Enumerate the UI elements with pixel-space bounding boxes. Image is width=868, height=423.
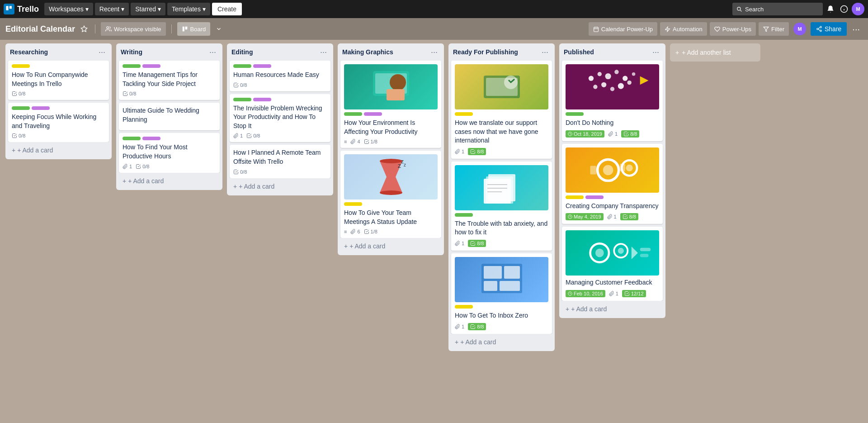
label-green <box>344 112 362 116</box>
card-image-windows <box>455 257 548 302</box>
list-menu-writing[interactable]: ··· <box>208 47 218 57</box>
checklist-icon <box>623 214 628 219</box>
list-title-writing: Writing <box>121 48 208 56</box>
label-purple <box>142 64 160 68</box>
attachment-badge: 1 <box>455 324 464 329</box>
star-button[interactable] <box>79 24 90 34</box>
svg-point-52 <box>610 87 614 91</box>
card-mg1[interactable]: How Your Environment Is Affecting Your P… <box>340 61 441 148</box>
svg-text:z: z <box>404 162 406 167</box>
label-green <box>123 137 141 140</box>
card-image-person-laptop <box>344 64 438 109</box>
powerups-button[interactable]: Power-Ups <box>710 22 756 36</box>
card-w1[interactable]: Time Management Tips for Tackling Your S… <box>119 61 220 100</box>
add-card-editing[interactable]: + + Add a card <box>230 180 330 193</box>
label-purple <box>32 106 50 110</box>
card-e3[interactable]: How I Planned A Remote Team Offsite With… <box>230 145 330 178</box>
search-bar[interactable]: Search <box>732 3 823 15</box>
card-w2[interactable]: Ultimate Guide To Wedding Planning <box>119 103 220 130</box>
card-e2[interactable]: The Invisible Problem Wrecking Your Prod… <box>230 94 330 143</box>
notifications-button[interactable] <box>825 3 836 15</box>
checklist-complete-badge: 8/8 <box>620 213 638 220</box>
checklist-badge: 0/8 <box>136 164 149 169</box>
attachment-badge: 1 <box>455 241 464 246</box>
list-title-researching: Researching <box>10 48 97 56</box>
svg-point-54 <box>627 81 631 85</box>
svg-point-22 <box>390 74 406 90</box>
list-menu-ready-publishing[interactable]: ··· <box>540 47 550 57</box>
card-labels <box>455 213 548 217</box>
user-avatar[interactable]: M <box>852 3 864 15</box>
add-card-researching[interactable]: + + Add a card <box>8 144 109 157</box>
list-menu-researching[interactable]: ··· <box>97 47 107 57</box>
svg-point-26 <box>380 190 402 195</box>
svg-point-49 <box>632 72 636 76</box>
card-pub1[interactable]: Don't Do Nothing Oct 18, 2019 1 8/8 <box>562 61 663 141</box>
starred-menu[interactable]: Starred ▾ <box>131 3 165 15</box>
card-footer: 1 0/8 <box>233 133 327 138</box>
list-header-writing: Writing ··· <box>116 43 222 61</box>
card-rp3[interactable]: How To Get To Inbox Zero 1 8/8 <box>451 253 552 334</box>
separator-2 <box>171 24 172 33</box>
svg-rect-9 <box>594 27 598 32</box>
list-published: Published ··· <box>559 43 665 318</box>
add-another-list-button[interactable]: + + Add another list <box>670 43 760 62</box>
add-card-making-graphics[interactable]: + + Add a card <box>340 240 441 252</box>
templates-menu[interactable]: Templates ▾ <box>167 3 210 15</box>
attachment-badge: 1 <box>233 133 243 138</box>
list-writing: Writing ··· Time Management Tips for Tac… <box>116 43 222 190</box>
board-icon <box>182 26 188 32</box>
svg-point-58 <box>603 165 613 175</box>
cards-ready-publishing: How we translate our support cases now t… <box>448 61 555 334</box>
checklist-icon <box>364 139 369 144</box>
list-menu-published[interactable]: ··· <box>651 47 661 57</box>
label-yellow <box>455 112 473 116</box>
card-title: Don't Do Nothing <box>566 119 659 128</box>
board-user-avatar[interactable]: M <box>793 23 806 35</box>
card-rp2[interactable]: The Trouble with tab anxiety, and how to… <box>451 162 552 251</box>
card-e1[interactable]: Human Resources Made Easy 0/8 <box>230 61 330 91</box>
more-options-button[interactable]: ··· <box>849 23 863 35</box>
laptop-shield-illustration <box>475 67 529 107</box>
card-pub3[interactable]: Managing Customer Feedback Feb 10, 2016 … <box>562 227 663 301</box>
svg-rect-41 <box>504 266 520 279</box>
board-view-button[interactable]: Board <box>177 22 211 36</box>
attachment-badge: 6 <box>350 229 360 234</box>
info-button[interactable] <box>838 3 850 15</box>
card-labels <box>455 305 548 309</box>
cards-writing: Time Management Tips for Tackling Your S… <box>116 61 222 173</box>
card-mg2[interactable]: z z z How To Give Your Team Meetings A S… <box>340 151 441 238</box>
search-icon <box>736 6 742 12</box>
workspace-visible-button[interactable]: Workspace visible <box>101 22 166 36</box>
card-footer: 0/8 <box>233 169 327 175</box>
date-badge: Feb 10, 2016 <box>566 290 605 297</box>
card-labels <box>12 106 105 110</box>
trello-logo[interactable]: Trello <box>4 4 39 14</box>
add-card-writing[interactable]: + + Add a card <box>119 175 220 187</box>
card-r1[interactable]: How To Run Companywide Meetings In Trell… <box>8 61 109 100</box>
list-menu-editing[interactable]: ··· <box>318 47 329 57</box>
attachment-icon <box>233 133 239 138</box>
card-w3[interactable]: How To Find Your Most Productive Hours 1… <box>119 133 220 172</box>
clock-icon <box>568 291 572 296</box>
checklist-complete-badge: 8/8 <box>621 130 639 138</box>
calendar-powerup-button[interactable]: Calendar Power-Up <box>589 22 657 36</box>
list-menu-making-graphics[interactable]: ··· <box>429 47 439 57</box>
card-pub2[interactable]: Creating Company Transparency May 4, 201… <box>562 144 663 224</box>
customize-button[interactable] <box>214 24 224 34</box>
share-button[interactable]: Share <box>811 22 847 36</box>
card-rp1[interactable]: How we translate our support cases now t… <box>451 61 552 159</box>
card-title: How I Planned A Remote Team Offsite With… <box>233 148 327 166</box>
workspaces-menu[interactable]: Workspaces ▾ <box>44 3 93 15</box>
add-card-published[interactable]: + + Add a card <box>562 303 663 315</box>
board-header-right: Calendar Power-Up Automation Power-Ups F… <box>589 22 863 36</box>
add-card-ready-publishing[interactable]: + + Add a card <box>451 336 552 348</box>
create-button[interactable]: Create <box>212 3 242 15</box>
svg-point-45 <box>598 72 602 76</box>
list-header-editing: Editing ··· <box>227 43 333 61</box>
automation-button[interactable]: Automation <box>660 22 707 36</box>
svg-point-6 <box>107 27 109 29</box>
filter-button[interactable]: Filter <box>759 22 789 36</box>
card-r2[interactable]: Keeping Focus While Working and Travelin… <box>8 103 109 142</box>
recent-menu[interactable]: Recent ▾ <box>95 3 129 15</box>
